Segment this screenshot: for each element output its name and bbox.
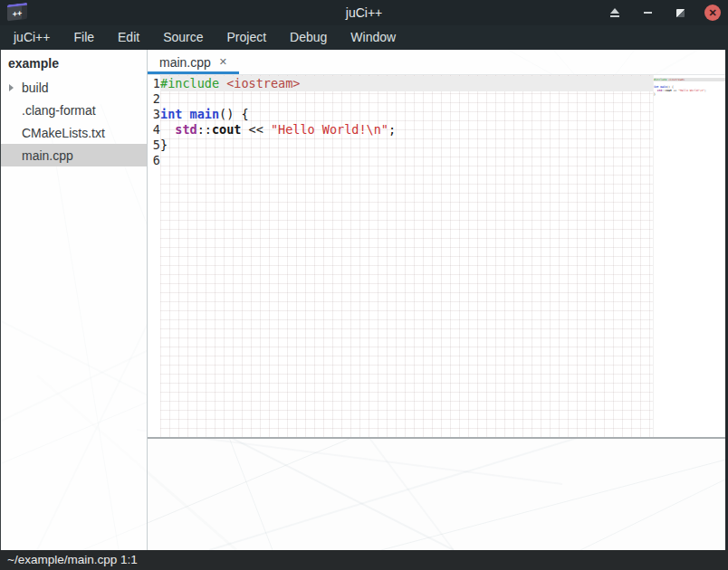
code-token: <iostream> xyxy=(226,76,300,90)
minimap[interactable]: #include <iostream> int main() { std::co… xyxy=(653,75,725,437)
code-token: cout xyxy=(212,122,242,137)
code-line: int main() { xyxy=(160,107,653,122)
close-icon: ✕ xyxy=(708,8,716,18)
code-token: "Hello World!\n" xyxy=(271,122,388,137)
menu-juci[interactable]: juCi++ xyxy=(2,25,62,50)
menu-debug[interactable]: Debug xyxy=(278,25,339,50)
tree-item-cmakelists-txt[interactable]: CMakeLists.txt xyxy=(1,121,147,144)
code-token: :: xyxy=(197,122,212,137)
status-path-position: ~/example/main.cpp 1:1 xyxy=(7,553,138,566)
sidebar: example build.clang-formatCMakeLists.txt… xyxy=(1,50,147,550)
close-button[interactable]: ✕ xyxy=(704,5,721,21)
line-number: 1 xyxy=(148,76,160,91)
editor-pane: main.cpp✕ 123456 #include <iostream> int… xyxy=(148,50,725,550)
minimap-line xyxy=(654,96,725,100)
tab-label: main.cpp xyxy=(159,55,211,70)
tree-item-label: .clang-format xyxy=(22,103,96,118)
source-editor[interactable]: 123456 #include <iostream> int main() { … xyxy=(148,75,725,437)
window-controls: ✕ xyxy=(607,0,721,25)
tab-close-icon[interactable]: ✕ xyxy=(219,57,227,67)
code-line xyxy=(160,91,653,107)
project-root-label: example xyxy=(1,50,147,76)
line-number: 4 xyxy=(148,122,160,138)
line-number: 2 xyxy=(148,91,160,107)
menu-window[interactable]: Window xyxy=(339,25,407,50)
code-token: int xyxy=(160,107,182,121)
code-token: #include xyxy=(160,76,219,90)
maximize-icon xyxy=(676,9,685,17)
minimize-icon xyxy=(644,12,652,14)
tree-item-build[interactable]: build xyxy=(1,76,147,99)
terminal-panel[interactable] xyxy=(148,439,725,550)
tree-item-main-cpp[interactable]: main.cpp xyxy=(1,144,147,166)
line-number: 5 xyxy=(148,138,160,153)
code-line: #include <iostream> xyxy=(160,76,653,91)
code-token: #include xyxy=(654,78,666,81)
expander-icon[interactable] xyxy=(9,84,14,91)
menu-bar: juCi++FileEditSourceProjectDebugWindow xyxy=(0,25,728,50)
code-token: ; xyxy=(704,89,706,92)
shade-icon xyxy=(610,8,619,14)
code-line: } xyxy=(160,138,653,153)
menu-source[interactable]: Source xyxy=(151,25,215,50)
code-token: ; xyxy=(388,122,396,137)
tree-item-label: build xyxy=(22,81,49,95)
code-token xyxy=(219,76,226,90)
code-token: } xyxy=(160,138,168,152)
code-area[interactable]: #include <iostream> int main() { std::co… xyxy=(160,75,653,437)
code-token: << xyxy=(241,122,271,137)
code-token: "Hello World!\n" xyxy=(678,89,704,92)
code-token: main xyxy=(190,107,220,121)
juci-window: ++ juCi++ ✕ juCi++FileEditSourceProjectD… xyxy=(0,0,728,570)
tree-item--clang-format[interactable]: .clang-format xyxy=(1,99,147,121)
tab-bar: main.cpp✕ xyxy=(148,50,725,75)
code-token: std xyxy=(175,122,196,137)
code-token: () { xyxy=(219,107,249,121)
code-token: <iostream> xyxy=(668,78,685,81)
line-number-gutter: 123456 xyxy=(148,75,160,437)
status-bar: ~/example/main.cpp 1:1 xyxy=(0,550,728,570)
tree-item-label: CMakeLists.txt xyxy=(22,126,105,140)
shade-button[interactable] xyxy=(607,5,623,21)
code-token xyxy=(182,107,189,121)
tree-item-label: main.cpp xyxy=(22,148,73,163)
minimize-button[interactable] xyxy=(639,5,656,21)
menu-file[interactable]: File xyxy=(62,25,106,50)
file-tree: build.clang-formatCMakeLists.txtmain.cpp xyxy=(1,76,147,166)
tab-main-cpp[interactable]: main.cpp✕ xyxy=(148,50,239,74)
menu-edit[interactable]: Edit xyxy=(106,25,151,50)
code-token: cout xyxy=(666,89,672,92)
code-token xyxy=(160,122,175,137)
menu-project[interactable]: Project xyxy=(216,25,279,50)
code-line xyxy=(160,153,653,168)
line-number: 6 xyxy=(148,153,160,168)
maximize-button[interactable] xyxy=(672,5,688,21)
title-bar: ++ juCi++ ✕ xyxy=(0,0,728,25)
line-number: 3 xyxy=(148,107,160,122)
code-line: std::cout << "Hello World!\n"; xyxy=(160,122,653,138)
content-region: example build.clang-formatCMakeLists.txt… xyxy=(0,50,728,550)
